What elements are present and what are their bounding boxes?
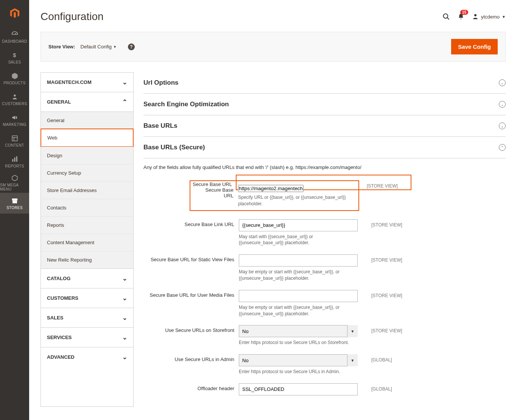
tab-item-content-mgmt[interactable]: Content Management [41, 234, 133, 251]
chevron-down-icon: ⌄ [122, 314, 127, 321]
collapse-down-icon: ⌄ [499, 79, 506, 86]
field-note: May be empty or start with {{secure_base… [239, 269, 358, 282]
secure-base-link-url-input[interactable] [239, 219, 358, 231]
field-label-secure-static: Secure Base URL for Static View Files [143, 254, 239, 262]
person-icon [11, 93, 19, 101]
secure-base-static-input[interactable] [239, 254, 358, 267]
field-scope: [STORE VIEW] [359, 180, 408, 189]
field-label-secure-base-url: Secure Base URL [195, 185, 238, 207]
section-title: Search Engine Optimization [143, 101, 229, 108]
section-note: Any of the fields allow fully qualified … [143, 164, 506, 170]
collapse-down-icon: ⌄ [499, 101, 506, 108]
help-icon[interactable]: ? [128, 43, 135, 50]
search-icon[interactable] [442, 13, 450, 20]
tab-item-contacts[interactable]: Contacts [41, 199, 133, 216]
nav-marketing[interactable]: MARKETING [0, 110, 29, 130]
config-tabs: MAGENTECH.COM ⌄ GENERAL ⌃ General Web De… [40, 72, 134, 407]
tab-group-label: MAGENTECH.COM [47, 79, 92, 85]
use-secure-frontend-select[interactable]: No [239, 325, 358, 337]
store-switcher[interactable]: Default Config ▼ [81, 44, 117, 50]
tab-item-design[interactable]: Design [41, 147, 133, 164]
field-label-secure-base-link: Secure Base Link URL [143, 219, 239, 227]
tab-group-catalog[interactable]: CATALOG⌄ [41, 269, 133, 288]
tab-group-services[interactable]: SERVICES⌄ [41, 328, 133, 347]
svg-point-1 [14, 95, 16, 96]
tab-item-currency[interactable]: Currency Setup [41, 164, 133, 181]
field-scope: [GLOBAL] [358, 354, 407, 363]
secure-base-media-input[interactable] [239, 290, 358, 302]
tab-group-advanced[interactable]: ADVANCED⌄ [41, 347, 133, 367]
nav-label: STORES [6, 206, 23, 210]
tab-item-general[interactable]: General [41, 112, 133, 129]
tab-group-customers[interactable]: CUSTOMERS⌄ [41, 288, 133, 308]
tab-group-label: SALES [47, 315, 63, 321]
nav-label: SALES [8, 60, 21, 64]
offloader-input[interactable] [239, 383, 358, 395]
use-secure-admin-select[interactable]: No [239, 354, 358, 366]
notifications-button[interactable]: 15 [458, 13, 464, 20]
nav-label: PRODUCTS [3, 81, 26, 85]
tab-item-reports[interactable]: Reports [41, 216, 133, 234]
tab-group-label: ADVANCED [47, 354, 75, 360]
nav-products[interactable]: PRODUCTS [0, 68, 29, 89]
nav-label: MARKETING [3, 122, 26, 127]
nav-content[interactable]: CONTENT [0, 130, 29, 151]
secure-base-url-input[interactable] [238, 185, 304, 192]
tab-item-web[interactable]: Web [40, 129, 134, 147]
cube-icon [11, 72, 19, 80]
magento-logo-icon [9, 8, 20, 19]
store-view-label: Store View: [48, 44, 75, 50]
field-note: May start with {{secure_base_url}} or {{… [239, 234, 358, 246]
section-base-urls-secure[interactable]: Base URLs (Secure) ⌃ [143, 137, 506, 158]
field-scope: [STORE VIEW] [358, 254, 407, 263]
field-scope: [GLOBAL] [358, 383, 407, 392]
section-base-urls[interactable]: Base URLs ⌄ [143, 115, 506, 137]
svg-rect-4 [14, 158, 15, 162]
nav-megamenu[interactable]: SM MEGA MENU [0, 172, 29, 193]
nav-dashboard[interactable]: DASHBOARD [0, 26, 29, 47]
field-note: Enter https protocol to use Secure URLs … [239, 369, 358, 375]
notification-badge: 15 [460, 10, 468, 15]
collapse-up-icon: ⌃ [499, 144, 506, 151]
svg-rect-2 [12, 136, 17, 141]
chevron-down-icon: ⌄ [122, 294, 127, 302]
admin-sidebar: DASHBOARD $ SALES PRODUCTS CUSTOMERS MAR… [0, 0, 29, 407]
store-icon [11, 197, 19, 205]
logo[interactable] [0, 0, 29, 26]
section-title: Url Options [143, 79, 179, 87]
tab-item-store-email[interactable]: Store Email Addresses [41, 181, 133, 199]
chevron-down-icon: ⌄ [122, 334, 127, 341]
field-scope: [STORE VIEW] [358, 290, 407, 298]
gauge-icon [11, 30, 19, 39]
tab-group-general[interactable]: GENERAL ⌃ [41, 92, 133, 112]
field-label-use-secure-admin: Use Secure URLs in Admin [143, 354, 239, 362]
user-icon [472, 13, 479, 20]
user-menu[interactable]: ytcdemo ▼ [472, 13, 506, 20]
tab-group-sales[interactable]: SALES⌄ [41, 308, 133, 327]
field-label-use-secure-front: Use Secure URLs on Storefront [143, 325, 239, 333]
nav-customers[interactable]: CUSTOMERS [0, 89, 29, 110]
nav-label: REPORTS [5, 164, 24, 168]
section-seo[interactable]: Search Engine Optimization ⌄ [143, 94, 506, 115]
nav-label: SM MEGA MENU [0, 183, 29, 191]
field-note: Specify URL or {{base_url}}, or {{unsecu… [238, 194, 354, 207]
field-label-offloader: Offloader header [143, 383, 239, 391]
section-title: Base URLs [143, 122, 178, 130]
tab-group-magentech[interactable]: MAGENTECH.COM ⌄ [41, 73, 133, 92]
nav-reports[interactable]: REPORTS [0, 151, 29, 172]
tab-item-newrelic[interactable]: New Relic Reporting [41, 251, 133, 268]
nav-label: DASHBOARD [2, 39, 27, 43]
svg-text:$: $ [13, 52, 16, 58]
section-url-options[interactable]: Url Options ⌄ [143, 72, 506, 94]
save-config-button[interactable]: Save Config [451, 39, 498, 54]
chevron-down-icon: ⌄ [122, 79, 127, 86]
store-view-value: Default Config [81, 44, 112, 50]
field-scope: [STORE VIEW] [358, 325, 407, 333]
user-name: ytcdemo [481, 14, 500, 20]
nav-stores[interactable]: STORES [0, 193, 29, 214]
chevron-down-icon: ▼ [113, 45, 117, 49]
toolbar: Store View: Default Config ▼ ? Save Conf… [40, 32, 506, 62]
section-base-urls-secure-body: Any of the fields allow fully qualified … [143, 158, 506, 407]
nav-sales[interactable]: $ SALES [0, 47, 29, 68]
field-note: Enter https protocol to use Secure URLs … [239, 339, 358, 346]
